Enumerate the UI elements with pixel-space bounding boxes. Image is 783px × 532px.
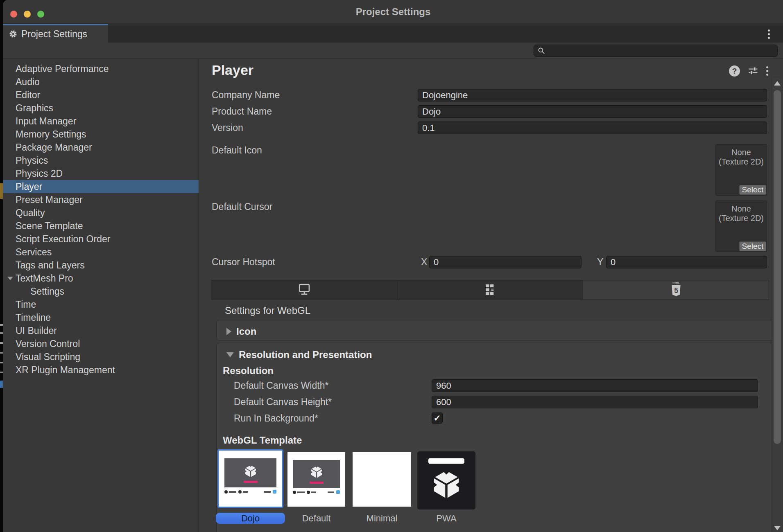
- desktop-fragment: [0, 352, 3, 354]
- sidebar-item-label: Graphics: [16, 103, 53, 113]
- tab-webgl[interactable]: HTML 5: [583, 280, 769, 299]
- sidebar-item-audio[interactable]: Audio: [3, 75, 199, 88]
- webgl-template-default[interactable]: [287, 452, 345, 507]
- webgl-template-pwa[interactable]: [417, 451, 475, 509]
- foldout-expanded-icon[interactable]: [226, 352, 234, 357]
- sidebar-item-graphics[interactable]: Graphics: [3, 101, 199, 115]
- sidebar-item-label: Editor: [16, 90, 40, 100]
- sidebar-item-label: TextMesh Pro: [16, 273, 73, 284]
- macos-titlebar: Project Settings: [3, 0, 783, 24]
- tab-label: Project Settings: [21, 29, 87, 40]
- tab-dedicated-server[interactable]: [398, 280, 584, 299]
- sidebar-item-label: Adaptive Performance: [16, 63, 109, 74]
- sidebar-item-physics-2d[interactable]: Physics 2D: [3, 167, 199, 180]
- canvas-height-field[interactable]: 600: [432, 396, 758, 408]
- sidebar-item-textmesh-pro[interactable]: TextMesh Pro: [3, 272, 199, 285]
- foldout-expanded-icon[interactable]: [7, 277, 13, 280]
- sidebar-item-scene-template[interactable]: Scene Template: [3, 219, 199, 232]
- scroll-down-icon[interactable]: [774, 526, 781, 530]
- sidebar-item-ui-builder[interactable]: UI Builder: [3, 324, 199, 337]
- sidebar-item-xr-plugin-management[interactable]: XR Plugin Management: [3, 363, 199, 376]
- sidebar-item-script-execution-order[interactable]: Script Execution Order: [3, 232, 199, 246]
- presets-icon[interactable]: [747, 65, 759, 77]
- sidebar-item-label: Package Manager: [16, 142, 92, 153]
- sidebar-item-memory-settings[interactable]: Memory Settings: [3, 128, 199, 141]
- resolution-presentation-header[interactable]: Resolution and Presentation: [226, 349, 372, 361]
- html5-icon: HTML 5: [668, 281, 684, 299]
- select-button[interactable]: Select: [739, 241, 766, 251]
- kebab-icon[interactable]: [768, 29, 770, 39]
- select-button[interactable]: Select: [739, 185, 766, 195]
- canvas-height-label: Default Canvas Height*: [234, 396, 332, 408]
- sidebar-item-adaptive-performance[interactable]: Adaptive Performance: [3, 62, 199, 75]
- sidebar-item-package-manager[interactable]: Package Manager: [3, 141, 199, 154]
- sidebar-item-visual-scripting[interactable]: Visual Scripting: [3, 350, 199, 363]
- hotspot-x-field[interactable]: 0: [429, 256, 582, 268]
- sidebar-item-time[interactable]: Time: [3, 298, 199, 311]
- sidebar-item-label: Preset Manager: [16, 194, 83, 205]
- canvas-width-field[interactable]: 960: [432, 379, 758, 392]
- editor-tab-bar: Project Settings: [3, 24, 783, 43]
- default-cursor-object-field[interactable]: None (Texture 2D) Select: [715, 201, 767, 252]
- hotspot-x-label: X: [421, 256, 427, 268]
- sidebar-item-label: Memory Settings: [16, 129, 86, 140]
- default-icon-object-field[interactable]: None (Texture 2D) Select: [715, 144, 767, 196]
- sidebar-item-services[interactable]: Services: [3, 246, 199, 259]
- sidebar-item-player[interactable]: Player: [3, 180, 199, 193]
- icon-section-label: Icon: [236, 326, 256, 337]
- sidebar-item-label: Time: [16, 299, 36, 310]
- webgl-template-dojo[interactable]: [217, 449, 283, 508]
- sidebar-item-input-manager[interactable]: Input Manager: [3, 115, 199, 128]
- splash-footer: [293, 490, 340, 494]
- sidebar-item-editor[interactable]: Editor: [3, 88, 199, 101]
- webgl-template-label-minimal[interactable]: Minimal: [353, 513, 411, 524]
- company-name-label: Company Name: [212, 89, 280, 101]
- sidebar-item-label: Tags and Layers: [16, 260, 85, 271]
- sidebar-item-label: Physics 2D: [16, 168, 63, 179]
- run-in-background-checkbox[interactable]: ✓: [432, 413, 443, 424]
- run-in-background-label: Run In Background*: [234, 412, 318, 425]
- webgl-template-label-pwa[interactable]: PWA: [417, 513, 475, 524]
- desktop-fragment: [0, 342, 3, 344]
- scroll-up-icon[interactable]: [774, 81, 781, 86]
- default-cursor-label: Default Cursor: [212, 201, 272, 213]
- icon-section-box[interactable]: Icon: [216, 320, 774, 340]
- version-field[interactable]: 0.1: [418, 122, 767, 134]
- company-name-field[interactable]: Dojoengine: [418, 89, 767, 101]
- desktop-fragment: [0, 332, 3, 334]
- webgl-template-label-default[interactable]: Default: [287, 513, 345, 524]
- sidebar-item-timeline[interactable]: Timeline: [3, 311, 199, 324]
- sidebar-item-version-control[interactable]: Version Control: [3, 337, 199, 350]
- hotspot-y-field[interactable]: 0: [606, 256, 767, 268]
- search-input[interactable]: [534, 45, 778, 57]
- desktop-fragment: [0, 183, 3, 199]
- version-label: Version: [212, 122, 243, 134]
- tab-project-settings[interactable]: Project Settings: [3, 24, 108, 43]
- settings-category-list: Adaptive PerformanceAudioEditorGraphicsI…: [3, 59, 199, 532]
- svg-text:5: 5: [674, 286, 678, 295]
- canvas-width-label: Default Canvas Width*: [234, 379, 328, 392]
- sidebar-item-label: Audio: [16, 77, 40, 87]
- help-icon[interactable]: ?: [729, 65, 740, 77]
- sidebar-item-label: Physics: [16, 155, 48, 166]
- object-value: None: [716, 204, 767, 214]
- scrollbar-thumb[interactable]: [774, 90, 781, 444]
- sidebar-item-tags-and-layers[interactable]: Tags and Layers: [3, 259, 199, 272]
- vertical-scrollbar[interactable]: [772, 78, 782, 532]
- webgl-template-label-dojo[interactable]: Dojo: [216, 513, 285, 524]
- sidebar-item-physics[interactable]: Physics: [3, 154, 199, 167]
- server-icon: [482, 282, 498, 298]
- sidebar-item-textmesh-pro-settings[interactable]: Settings: [3, 285, 199, 298]
- desktop-fragment: [0, 324, 3, 326]
- sidebar-item-label: Visual Scripting: [16, 352, 80, 362]
- product-name-field[interactable]: Dojo: [418, 105, 767, 118]
- tab-desktop[interactable]: [212, 280, 398, 299]
- webgl-template-minimal[interactable]: [353, 452, 411, 507]
- sidebar-item-preset-manager[interactable]: Preset Manager: [3, 193, 199, 206]
- webgl-template-header: WebGL Template: [223, 434, 302, 446]
- unity-logo-icon: [428, 466, 464, 502]
- window-title: Project Settings: [3, 0, 783, 24]
- sidebar-item-quality[interactable]: Quality: [3, 206, 199, 219]
- foldout-collapsed-icon[interactable]: [226, 328, 231, 335]
- kebab-icon[interactable]: [766, 66, 768, 76]
